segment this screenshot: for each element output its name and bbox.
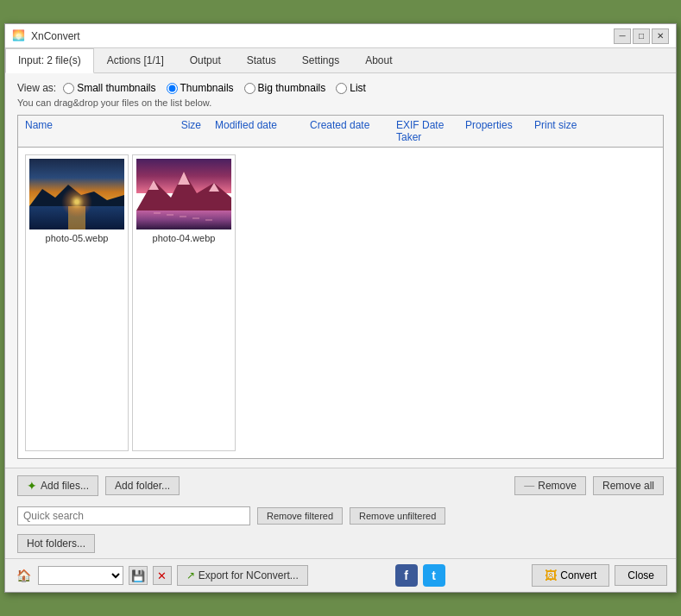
remove-filtered-button[interactable]: Remove filtered bbox=[257, 507, 343, 525]
tab-output[interactable]: Output bbox=[177, 48, 234, 72]
save-icon: 💾 bbox=[131, 569, 145, 582]
thumb-label-photo04: photo-04.webp bbox=[153, 233, 216, 243]
footer-delete-button[interactable]: ✕ bbox=[153, 566, 172, 585]
minimize-button[interactable]: ─ bbox=[614, 28, 631, 44]
delete-icon: ✕ bbox=[157, 569, 167, 582]
footer-profile-select[interactable] bbox=[38, 566, 123, 585]
export-icon: ↗ bbox=[186, 569, 195, 581]
hot-folders-bar: Hot folders... bbox=[5, 529, 676, 558]
convert-icon: 🖼 bbox=[545, 569, 557, 582]
thumb-item-photo05[interactable]: photo-05.webp bbox=[25, 154, 129, 451]
add-files-icon: ✦ bbox=[27, 479, 37, 493]
tab-status[interactable]: Status bbox=[234, 48, 289, 72]
footer-home-icon[interactable]: 🏠 bbox=[14, 566, 33, 585]
view-small[interactable]: Small thumbnails bbox=[63, 82, 155, 94]
thumb-label-photo05: photo-05.webp bbox=[46, 233, 109, 243]
hint-text: You can drag&drop your files on the list… bbox=[17, 97, 664, 108]
col-modified-header[interactable]: Modified date bbox=[208, 119, 303, 143]
main-window: 🌅 XnConvert ─ □ ✕ Input: 2 file(s) Actio… bbox=[4, 23, 677, 593]
file-list-area: Name Size Modified date Created date EXI… bbox=[17, 115, 664, 459]
export-label: Export for NConvert... bbox=[199, 569, 299, 581]
column-headers: Name Size Modified date Created date EXI… bbox=[18, 116, 663, 148]
view-options: Small thumbnails Thumbnails Big thumbnai… bbox=[63, 82, 366, 94]
app-icon: 🌅 bbox=[12, 29, 26, 43]
col-properties-header[interactable]: Properties bbox=[458, 119, 527, 143]
add-files-label: Add files... bbox=[41, 480, 89, 492]
thumb-item-photo04[interactable]: photo-04.webp bbox=[132, 154, 236, 451]
export-button[interactable]: ↗ Export for NConvert... bbox=[177, 565, 308, 586]
add-files-button[interactable]: ✦ Add files... bbox=[17, 475, 98, 496]
thumb-canvas-photo05 bbox=[29, 159, 124, 229]
hot-folders-button[interactable]: Hot folders... bbox=[17, 534, 95, 553]
remove-button[interactable]: — Remove bbox=[514, 476, 586, 495]
footer-save-button[interactable]: 💾 bbox=[129, 566, 148, 585]
view-small-radio[interactable] bbox=[63, 83, 74, 94]
view-thumbnails-label: Thumbnails bbox=[180, 82, 234, 94]
col-exif-header[interactable]: EXIF Date Taker bbox=[389, 119, 458, 143]
footer-bar: 🏠 💾 ✕ ↗ Export for NConvert... f t 🖼 Con… bbox=[5, 558, 676, 592]
add-folder-label: Add folder... bbox=[115, 480, 170, 492]
close-window-button[interactable]: ✕ bbox=[652, 28, 669, 44]
twitter-icon[interactable]: t bbox=[423, 564, 445, 587]
maximize-button[interactable]: □ bbox=[633, 28, 650, 44]
col-created-header[interactable]: Created date bbox=[303, 119, 389, 143]
main-content: View as: Small thumbnails Thumbnails Big… bbox=[5, 73, 676, 468]
facebook-icon[interactable]: f bbox=[395, 564, 418, 587]
view-big[interactable]: Big thumbnails bbox=[244, 82, 326, 94]
view-as-label: View as: bbox=[17, 82, 56, 94]
remove-all-label: Remove all bbox=[602, 480, 654, 492]
window-title: XnConvert bbox=[31, 30, 80, 42]
add-folder-button[interactable]: Add folder... bbox=[105, 476, 180, 495]
menu-bar: Input: 2 file(s) Actions [1/1] Output St… bbox=[5, 48, 676, 73]
col-print-header[interactable]: Print size bbox=[527, 119, 596, 143]
hot-folders-label: Hot folders... bbox=[27, 537, 85, 550]
convert-label: Convert bbox=[560, 569, 596, 581]
view-list[interactable]: List bbox=[336, 82, 366, 94]
title-bar-left: 🌅 XnConvert bbox=[12, 29, 80, 43]
tab-input[interactable]: Input: 2 file(s) bbox=[5, 48, 94, 73]
thumb-canvas-photo04 bbox=[136, 159, 231, 229]
remove-icon: — bbox=[524, 480, 534, 492]
view-as-row: View as: Small thumbnails Thumbnails Big… bbox=[17, 82, 664, 94]
search-input[interactable] bbox=[17, 506, 250, 525]
thumbnails-area: photo-05.webp photo-04.webp bbox=[18, 148, 663, 458]
title-bar-controls: ─ □ ✕ bbox=[614, 28, 669, 44]
view-thumbnails[interactable]: Thumbnails bbox=[167, 82, 234, 94]
view-small-label: Small thumbnails bbox=[77, 82, 155, 94]
tab-about[interactable]: About bbox=[352, 48, 405, 72]
view-big-radio[interactable] bbox=[244, 83, 255, 94]
col-name-header[interactable]: Name bbox=[18, 119, 156, 143]
col-size-header[interactable]: Size bbox=[156, 119, 208, 143]
tab-actions[interactable]: Actions [1/1] bbox=[94, 48, 177, 72]
view-thumbnails-radio[interactable] bbox=[167, 83, 178, 94]
title-bar: 🌅 XnConvert ─ □ ✕ bbox=[5, 24, 676, 48]
remove-unfiltered-button[interactable]: Remove unfiltered bbox=[350, 507, 445, 525]
search-bar: Remove filtered Remove unfiltered bbox=[5, 503, 676, 529]
remove-all-button[interactable]: Remove all bbox=[593, 476, 664, 495]
close-label: Close bbox=[627, 569, 654, 581]
view-list-label: List bbox=[350, 82, 366, 94]
remove-label: Remove bbox=[538, 480, 577, 492]
view-list-radio[interactable] bbox=[336, 83, 347, 94]
view-big-label: Big thumbnails bbox=[258, 82, 326, 94]
convert-button[interactable]: 🖼 Convert bbox=[532, 564, 609, 587]
bottom-bar: ✦ Add files... Add folder... — Remove Re… bbox=[5, 468, 676, 503]
close-button[interactable]: Close bbox=[615, 565, 667, 586]
tab-settings[interactable]: Settings bbox=[289, 48, 352, 72]
